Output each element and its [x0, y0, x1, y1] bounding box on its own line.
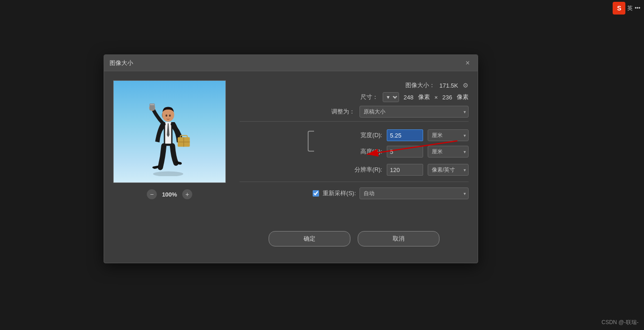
dim-separator: ×: [434, 94, 438, 101]
svg-point-0: [153, 172, 184, 176]
width-unit-select[interactable]: 厘米 毫米 英寸 像素: [428, 129, 469, 141]
image-size-dialog: 图像大小 ×: [104, 54, 478, 263]
dialog-titlebar: 图像大小 ×: [104, 55, 478, 71]
zoom-out-button[interactable]: −: [147, 189, 157, 199]
topbar: S 英 •••: [609, 0, 644, 16]
preview-area: − 100% +: [113, 80, 226, 254]
height-unit-select[interactable]: 厘米 毫米 英寸 像素: [428, 146, 469, 158]
image-size-label: 图像大小：: [405, 81, 435, 89]
dim-height-value: 236: [442, 94, 452, 101]
dialog-footer: 确定 取消: [240, 217, 469, 254]
dialog-title: 图像大小: [110, 59, 133, 67]
preview-image: [127, 85, 209, 176]
resize-select[interactable]: 原稿大小 自定义 适合屏幕: [359, 106, 469, 118]
svg-point-3: [165, 114, 167, 117]
dim-unit1: 像素: [418, 93, 430, 101]
resize-row: 调整为： 原稿大小 自定义 适合屏幕: [240, 106, 469, 118]
resolution-input[interactable]: 120: [387, 164, 423, 176]
dim-width-value: 248: [404, 94, 414, 101]
dimension-row: 尺寸： ▾ 248 像素 × 236 像素: [240, 92, 469, 102]
resample-dropdown-wrapper[interactable]: 自动 保留细节 两次立方: [359, 187, 469, 199]
width-label: 宽度(D):: [360, 131, 382, 139]
width-input[interactable]: 5.25: [387, 129, 423, 141]
width-unit-wrapper[interactable]: 厘米 毫米 英寸 像素: [428, 129, 469, 141]
height-input[interactable]: 5: [387, 146, 423, 158]
zoom-controls: − 100% +: [147, 189, 192, 199]
close-button[interactable]: ×: [463, 59, 472, 68]
image-size-row: 图像大小： 171.5K ⚙: [240, 81, 469, 89]
link-icon: [306, 131, 315, 154]
dimension-label: 尺寸：: [360, 93, 378, 101]
resize-label: 调整为：: [331, 108, 355, 116]
width-row: 宽度(D): 5.25 厘米 毫米 英寸 像素: [240, 127, 469, 143]
more-options[interactable]: •••: [634, 5, 640, 11]
image-preview: [113, 80, 226, 183]
resolution-row: 分辨率(R): 120 像素/英寸 像素/厘米: [240, 162, 469, 178]
resolution-unit-wrapper[interactable]: 像素/英寸 像素/厘米: [428, 164, 469, 176]
height-unit-wrapper[interactable]: 厘米 毫米 英寸 像素: [428, 146, 469, 158]
watermark: CSDN @-联瑞-: [601, 319, 639, 326]
dimension-type-dropdown[interactable]: ▾: [383, 92, 399, 102]
resize-dropdown-wrapper[interactable]: 原稿大小 自定义 适合屏幕: [359, 106, 469, 118]
height-row: 高度(G): 5 厘米 毫米 英寸 像素: [240, 143, 469, 160]
cancel-button[interactable]: 取消: [358, 231, 439, 246]
zoom-value: 100%: [160, 191, 179, 198]
resolution-unit-select[interactable]: 像素/英寸 像素/厘米: [428, 164, 469, 176]
svg-point-4: [169, 114, 171, 117]
resample-row: 重新采样(S): 自动 保留细节 两次立方: [240, 187, 469, 199]
resolution-label: 分辨率(R):: [354, 166, 382, 174]
lang-label[interactable]: 英: [627, 5, 633, 12]
gear-button[interactable]: ⚙: [463, 82, 469, 89]
svg-rect-7: [150, 104, 155, 105]
resample-select[interactable]: 自动 保留细节 两次立方: [359, 187, 469, 199]
dimension-type-select[interactable]: ▾: [383, 92, 399, 102]
dim-unit2: 像素: [457, 93, 469, 101]
sogou-icon[interactable]: S: [613, 2, 625, 15]
resample-label: 重新采样(S):: [323, 189, 356, 197]
zoom-in-button[interactable]: +: [182, 189, 192, 199]
height-label: 高度(G):: [360, 148, 382, 156]
dialog-body: − 100% + 图像大小： 171.5K ⚙ 尺寸： ▾: [104, 71, 478, 263]
wh-section: 宽度(D): 5.25 厘米 毫米 英寸 像素: [240, 127, 469, 160]
confirm-button[interactable]: 确定: [269, 231, 350, 246]
resample-checkbox[interactable]: [313, 190, 319, 197]
image-size-value: 171.5K: [439, 82, 458, 89]
